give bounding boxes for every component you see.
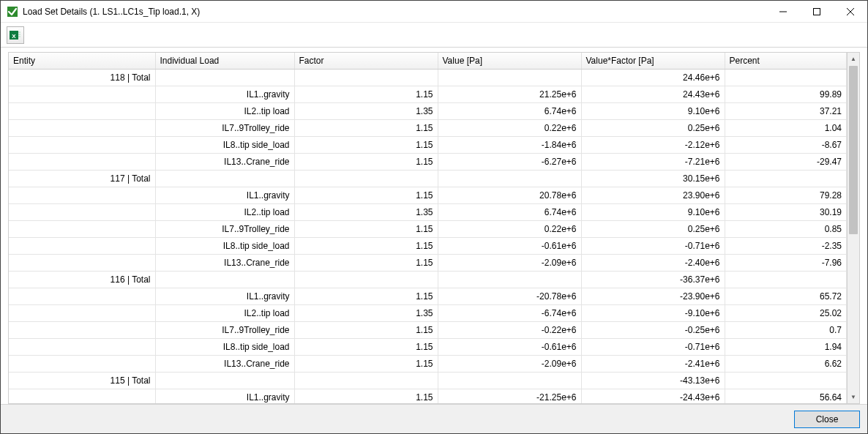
cell-load: IL8..tip side_load (155, 238, 294, 255)
table-row[interactable]: IL1..gravity1.1521.25e+624.43e+699.89 (9, 86, 847, 103)
cell-factor: 1.15 (294, 356, 438, 373)
cell-factor (294, 70, 438, 86)
cell-pct: 37.21 (725, 103, 847, 120)
table-row[interactable]: IL1..gravity1.1520.78e+623.90e+679.28 (9, 187, 847, 204)
cell-pct: 99.89 (725, 86, 847, 103)
table-row[interactable]: 115 | Total-43.13e+6 (9, 373, 847, 389)
table-row[interactable]: IL2..tip load1.356.74e+69.10e+637.21 (9, 103, 847, 120)
cell-value: 6.74e+6 (438, 204, 581, 221)
cell-vf: -43.13e+6 (581, 373, 725, 389)
cell-load: IL2..tip load (155, 103, 294, 120)
cell-value: 6.74e+6 (438, 103, 581, 120)
cell-load (155, 70, 294, 86)
col-factor[interactable]: Factor (294, 53, 438, 70)
table-row[interactable]: 118 | Total24.46e+6 (9, 70, 847, 86)
cell-value: 0.22e+6 (438, 221, 581, 238)
table-row[interactable]: IL8..tip side_load1.15-1.84e+6-2.12e+6-8… (9, 137, 847, 154)
table-row[interactable]: IL1..gravity1.15-20.78e+6-23.90e+665.72 (9, 288, 847, 305)
table-row[interactable]: IL13..Crane_ride1.15-6.27e+6-7.21e+6-29.… (9, 154, 847, 171)
cell-entity (9, 288, 155, 305)
load-set-table[interactable]: Entity Individual Load Factor Value [Pa]… (9, 53, 847, 403)
excel-icon: X (10, 29, 21, 41)
cell-pct (725, 373, 847, 389)
cell-vf: -0.25e+6 (581, 322, 725, 339)
minimize-button[interactable] (766, 1, 800, 23)
cell-value: 21.25e+6 (438, 86, 581, 103)
cell-entity (9, 187, 155, 204)
cell-load: IL1..gravity (155, 389, 294, 404)
col-percent[interactable]: Percent (725, 53, 847, 70)
toolbar: X (1, 23, 867, 48)
cell-pct: 1.04 (725, 120, 847, 137)
cell-entity (9, 339, 155, 356)
app-icon (7, 6, 18, 18)
cell-entity: 117 | Total (9, 171, 155, 187)
table-row[interactable]: IL13..Crane_ride1.15-2.09e+6-2.41e+66.62 (9, 356, 847, 373)
cell-factor: 1.15 (294, 86, 438, 103)
cell-value (438, 373, 581, 389)
cell-pct: 0.7 (725, 322, 847, 339)
col-value-factor[interactable]: Value*Factor [Pa] (581, 53, 725, 70)
table-row[interactable]: IL7..9Trolley_ride1.150.22e+60.25e+61.04 (9, 120, 847, 137)
col-individual-load[interactable]: Individual Load (155, 53, 294, 70)
cell-pct: -2.35 (725, 238, 847, 255)
table-row[interactable]: 116 | Total-36.37e+6 (9, 272, 847, 288)
footer: Close (1, 404, 867, 433)
scroll-up-arrow[interactable]: ▲ (848, 53, 859, 65)
cell-factor (294, 272, 438, 288)
table-row[interactable]: IL8..tip side_load1.15-0.61e+6-0.71e+6-2… (9, 238, 847, 255)
cell-entity (9, 86, 155, 103)
cell-vf: 9.10e+6 (581, 204, 725, 221)
cell-vf: -0.71e+6 (581, 238, 725, 255)
cell-value (438, 171, 581, 187)
cell-vf: -9.10e+6 (581, 305, 725, 322)
maximize-icon (813, 8, 820, 15)
svg-rect-5 (18, 34, 20, 35)
cell-vf: 0.25e+6 (581, 221, 725, 238)
scroll-thumb[interactable] (849, 66, 858, 234)
cell-pct: 1.94 (725, 339, 847, 356)
maximize-button[interactable] (800, 1, 834, 23)
table-header-row: Entity Individual Load Factor Value [Pa]… (9, 53, 847, 70)
cell-entity: 115 | Total (9, 373, 155, 389)
cell-vf: -2.41e+6 (581, 356, 725, 373)
cell-entity: 118 | Total (9, 70, 155, 86)
close-button-label: Close (816, 414, 839, 424)
cell-factor (294, 373, 438, 389)
col-entity[interactable]: Entity (9, 53, 155, 70)
cell-pct: 0.85 (725, 221, 847, 238)
cell-load: IL13..Crane_ride (155, 154, 294, 171)
scroll-down-arrow[interactable]: ▼ (848, 391, 859, 403)
cell-value: -2.09e+6 (438, 255, 581, 272)
cell-pct: -8.67 (725, 137, 847, 154)
cell-value: -21.25e+6 (438, 389, 581, 404)
cell-factor: 1.15 (294, 389, 438, 404)
cell-pct (725, 70, 847, 86)
table-row[interactable]: IL1..gravity1.15-21.25e+6-24.43e+656.64 (9, 389, 847, 404)
table-row[interactable]: IL8..tip side_load1.15-0.61e+6-0.71e+61.… (9, 339, 847, 356)
table-row[interactable]: 117 | Total30.15e+6 (9, 171, 847, 187)
cell-vf: 24.46e+6 (581, 70, 725, 86)
cell-factor: 1.15 (294, 154, 438, 171)
export-excel-button[interactable]: X (7, 26, 24, 44)
table-row[interactable]: IL7..9Trolley_ride1.15-0.22e+6-0.25e+60.… (9, 322, 847, 339)
col-value[interactable]: Value [Pa] (438, 53, 581, 70)
cell-load (155, 272, 294, 288)
window-title: Load Set Details (1. LS1..LC1s_Tip load.… (23, 7, 766, 17)
cell-factor: 1.15 (294, 339, 438, 356)
window-close-button[interactable] (834, 1, 867, 23)
table-row[interactable]: IL7..9Trolley_ride1.150.22e+60.25e+60.85 (9, 221, 847, 238)
table-row[interactable]: IL2..tip load1.356.74e+69.10e+630.19 (9, 204, 847, 221)
table-row[interactable]: IL2..tip load1.35-6.74e+6-9.10e+625.02 (9, 305, 847, 322)
cell-load: IL13..Crane_ride (155, 356, 294, 373)
cell-entity (9, 305, 155, 322)
table-container: Entity Individual Load Factor Value [Pa]… (8, 52, 860, 404)
table-row[interactable]: IL13..Crane_ride1.15-2.09e+6-2.40e+6-7.9… (9, 255, 847, 272)
cell-value (438, 70, 581, 86)
svg-rect-4 (18, 31, 20, 33)
close-button[interactable]: Close (794, 411, 860, 428)
vertical-scrollbar[interactable]: ▲ ▼ (847, 53, 859, 403)
cell-load: IL1..gravity (155, 288, 294, 305)
cell-vf: 0.25e+6 (581, 120, 725, 137)
cell-vf: -23.90e+6 (581, 288, 725, 305)
